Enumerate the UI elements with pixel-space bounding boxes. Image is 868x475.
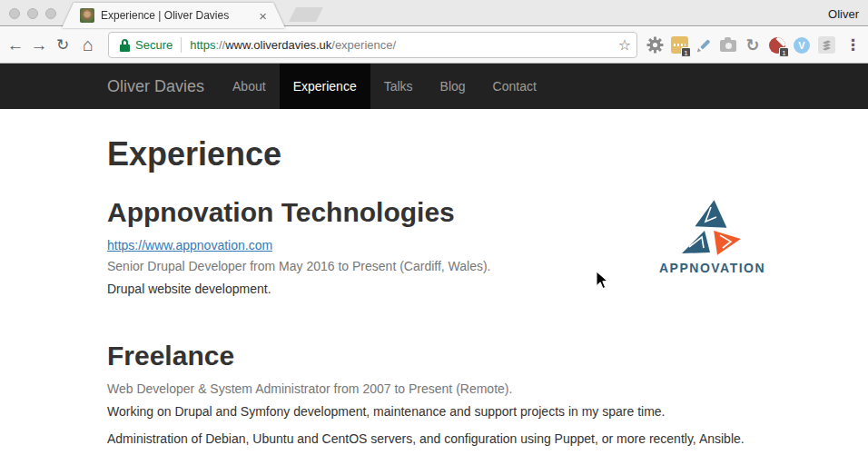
page-ruler-extension-icon[interactable]: 1 [670,36,688,54]
nav-item-contact[interactable]: Contact [479,64,550,109]
reload-button[interactable]: ↻ [51,27,74,63]
url-separator: :// [215,38,225,52]
url-scheme: https [190,38,215,52]
browser-tab[interactable]: Experience | Oliver Davies × [62,3,285,28]
chrome-menu-icon[interactable]: ⋮ [845,35,861,54]
page-content: Experience Appnovation Technologies http… [0,109,868,475]
close-window-button[interactable] [9,8,20,19]
tab-close-icon[interactable]: × [259,9,267,23]
mouse-cursor [596,271,608,293]
extension-badge: 1 [779,47,789,57]
appnovation-link[interactable]: https://www.appnovation.com [107,238,272,252]
nav-item-experience[interactable]: Experience [280,64,370,109]
appnovation-logo: APPNOVATION [659,199,764,275]
tab-title: Experience | Oliver Davies [101,9,252,22]
red-pie-extension-icon[interactable]: 1 [768,36,786,54]
page-title: Experience [107,136,761,173]
forward-button[interactable]: → [27,27,51,63]
freelance-description-1: Working on Drupal and Symfony developmen… [107,402,761,421]
minimize-window-button[interactable] [27,8,38,19]
nav-item-blog[interactable]: Blog [427,64,479,109]
back-button[interactable]: ← [4,27,27,63]
experience-section-appnovation: Appnovation Technologies https://www.app… [107,197,761,298]
url-text[interactable]: https://www.oliverdavies.uk/experience/ [190,38,396,52]
nav-item-talks[interactable]: Talks [370,64,427,109]
eyedropper-extension-icon[interactable] [695,36,713,54]
secure-chip-label[interactable]: Secure [135,38,173,52]
home-button[interactable]: ⌂ [76,27,100,63]
url-path: /experience/ [331,38,396,52]
section-heading-freelance: Freelance [107,341,761,371]
extension-badge: 1 [681,47,691,57]
history-sync-extension-icon[interactable]: ↻ [744,36,762,54]
chrome-profile-name[interactable]: Oliver [828,7,859,21]
new-tab-button[interactable] [289,7,323,22]
nav-item-about[interactable]: About [219,64,280,109]
experience-section-freelance: Freelance Web Developer & System Adminis… [107,341,761,448]
site-navbar: Oliver Davies About Experience Talks Blo… [0,64,868,109]
address-bar[interactable]: Secure https://www.oliverdavies.uk/exper… [108,32,637,58]
site-brand-link[interactable]: Oliver Davies [107,64,204,109]
layers-extension-icon[interactable] [817,36,835,54]
secure-lock-icon [120,39,130,52]
extension-icons-row: 1 ↻ 1 V [646,27,861,63]
browser-toolbar: ← → ↻ ⌂ Secure https://www.oliverdavies.… [0,27,868,64]
freelance-description-2: Administration of Debian, Ubuntu and Cen… [107,430,761,448]
appnovation-logo-text: APPNOVATION [659,261,764,275]
freelance-role-text: Web Developer & System Administrator fro… [107,380,761,398]
camera-extension-icon[interactable] [719,36,737,54]
zoom-window-button[interactable] [45,8,56,19]
settings-gear-icon[interactable] [646,36,664,54]
url-host: www.oliverdavies.uk [225,38,331,52]
appnovation-logo-mark [678,199,745,255]
appnovation-description: Drupal website development. [107,280,761,298]
v-circle-extension-icon[interactable]: V [793,36,811,54]
tab-favicon [80,8,94,23]
bookmark-star-icon[interactable]: ☆ [618,36,631,54]
omnibox-divider [181,37,182,53]
